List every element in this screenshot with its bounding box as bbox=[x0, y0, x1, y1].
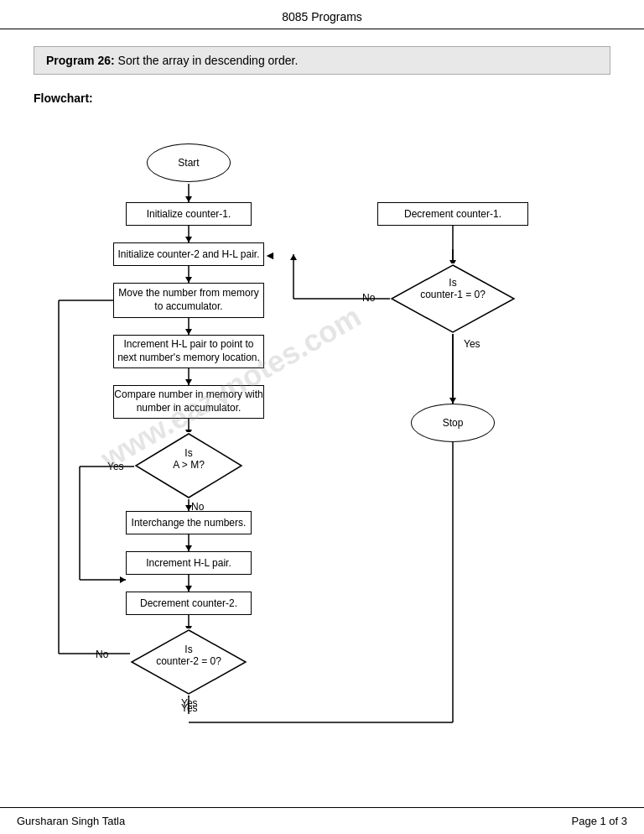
svg-marker-1 bbox=[185, 196, 192, 202]
no3-label: No bbox=[362, 292, 375, 304]
header-title: 8085 Programs bbox=[282, 10, 362, 23]
svg-marker-9 bbox=[185, 379, 192, 385]
yes3-label: Yes bbox=[464, 338, 480, 350]
diamond1-line1: Is bbox=[184, 447, 192, 459]
svg-marker-19 bbox=[185, 545, 192, 551]
move-num-label: Move the number from memory to accumulat… bbox=[114, 287, 263, 313]
inc-hl2-label: Increment H-L pair. bbox=[146, 557, 231, 569]
dec-c1-label: Decrement counter-1. bbox=[404, 208, 501, 220]
yes-bottom-label: Yes bbox=[181, 702, 198, 714]
inc-hl1-label: Increment H-L pair to point to next numb… bbox=[114, 338, 263, 364]
diamond2-line1: Is bbox=[184, 644, 192, 655]
flowchart-label: Flowchart: bbox=[34, 91, 610, 105]
init-counter1-label: Initialize counter-1. bbox=[147, 208, 231, 220]
init-counter2-shape: Initialize counter-2 and H-L pair. bbox=[113, 242, 264, 266]
diamond1-line2: A > M? bbox=[173, 459, 205, 471]
stop-shape: Stop bbox=[411, 404, 495, 442]
svg-marker-39 bbox=[290, 254, 297, 260]
svg-marker-5 bbox=[185, 277, 192, 283]
svg-marker-7 bbox=[185, 329, 192, 335]
diamond3-line2: counter-1 = 0? bbox=[420, 289, 486, 300]
footer-author: Gursharan Singh Tatla bbox=[17, 815, 125, 827]
init-counter1-shape: Initialize counter-1. bbox=[126, 202, 252, 226]
flowchart-container: www.eazynotes.com bbox=[34, 118, 621, 806]
compare-shape: Compare number in memory with number in … bbox=[113, 385, 264, 419]
svg-marker-15 bbox=[120, 576, 126, 583]
init-counter2-label: Initialize counter-2 and H-L pair. bbox=[118, 248, 260, 260]
no2-label: No bbox=[96, 649, 108, 660]
start-label: Start bbox=[178, 157, 199, 169]
interchange-shape: Interchange the numbers. bbox=[126, 511, 252, 534]
diamond2-line2: counter-2 = 0? bbox=[156, 655, 221, 667]
start-shape: Start bbox=[147, 143, 231, 182]
svg-marker-21 bbox=[185, 586, 192, 592]
inc-hl1-shape: Increment H-L pair to point to next numb… bbox=[113, 335, 264, 368]
inc-hl2-shape: Increment H-L pair. bbox=[126, 551, 252, 575]
compare-label: Compare number in memory with number in … bbox=[114, 388, 263, 414]
move-num-shape: Move the number from memory to accumulat… bbox=[113, 283, 264, 318]
diamond1-shape: Is A > M? bbox=[134, 432, 243, 499]
diamond3-shape: Is counter-1 = 0? bbox=[390, 263, 516, 334]
main-content: Program 26: Sort the array in descending… bbox=[0, 29, 644, 823]
interchange-label: Interchange the numbers. bbox=[132, 517, 247, 529]
program-description: Sort the array in descending order. bbox=[118, 54, 299, 67]
page-header: 8085 Programs bbox=[0, 0, 644, 29]
stop-label: Stop bbox=[443, 417, 464, 429]
footer-page: Page 1 of 3 bbox=[572, 815, 628, 827]
dec-c2-label: Decrement counter-2. bbox=[140, 597, 237, 609]
diamond3-line1: Is bbox=[449, 277, 456, 289]
diamond2-shape: Is counter-2 = 0? bbox=[130, 628, 247, 696]
program-title-box: Program 26: Sort the array in descending… bbox=[34, 46, 610, 75]
svg-marker-3 bbox=[185, 237, 192, 242]
program-label: Program 26: bbox=[46, 54, 115, 67]
page-footer: Gursharan Singh Tatla Page 1 of 3 bbox=[0, 807, 644, 834]
dec-c1-shape: Decrement counter-1. bbox=[377, 202, 528, 226]
yes1-label: Yes bbox=[107, 461, 124, 472]
svg-marker-41 bbox=[449, 398, 456, 404]
dec-c2-shape: Decrement counter-2. bbox=[126, 592, 252, 615]
arrow-indicator: ◄ bbox=[264, 248, 276, 262]
